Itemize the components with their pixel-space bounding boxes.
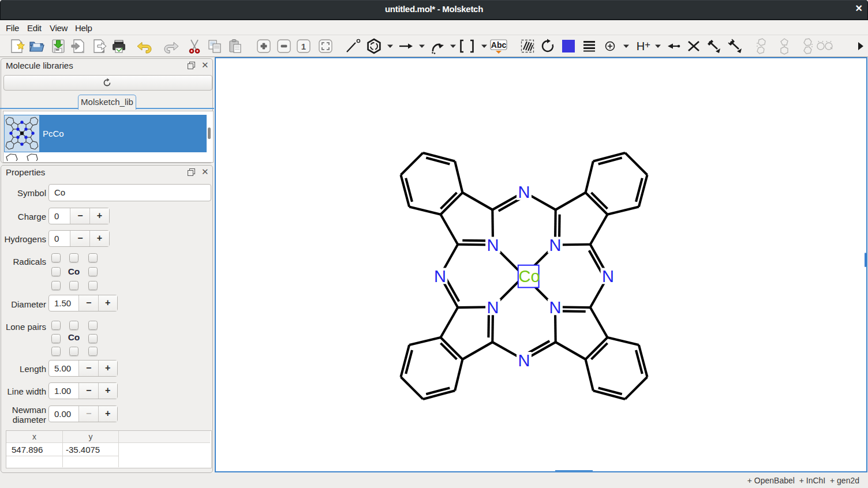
svg-text:1: 1 xyxy=(301,42,306,51)
svg-text:N: N xyxy=(487,298,499,317)
svg-text:N: N xyxy=(549,298,561,317)
svg-text:Co: Co xyxy=(519,267,540,286)
svg-text:N: N xyxy=(602,267,614,286)
svg-text:N: N xyxy=(487,236,499,254)
svg-text:N: N xyxy=(518,351,530,370)
svg-text:H: H xyxy=(637,40,645,52)
svg-text:Abc: Abc xyxy=(491,40,507,50)
svg-text:N: N xyxy=(549,236,561,254)
svg-text:N: N xyxy=(518,183,530,201)
svg-text:+: + xyxy=(645,39,650,50)
svg-text:N: N xyxy=(434,267,446,286)
